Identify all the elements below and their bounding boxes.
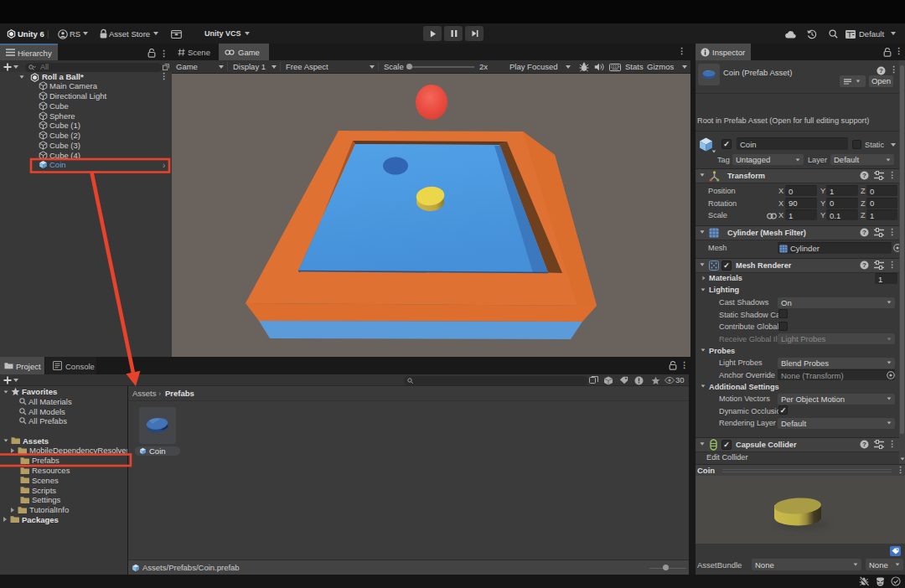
svg-text:?: ? — [862, 441, 866, 448]
svg-text:?: ? — [862, 229, 866, 236]
svg-text:?: ? — [862, 172, 866, 179]
svg-text:?: ? — [879, 67, 883, 75]
svg-text:?: ? — [862, 261, 866, 269]
